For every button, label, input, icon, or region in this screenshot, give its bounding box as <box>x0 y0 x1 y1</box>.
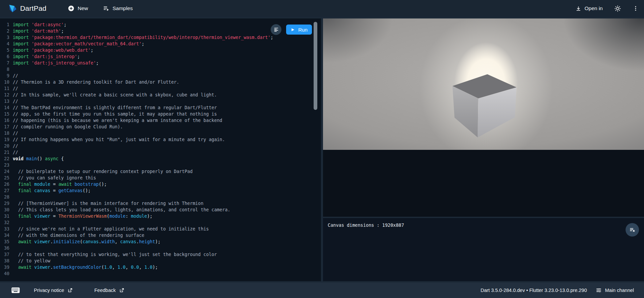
code-line: 18// <box>0 130 321 136</box>
console-panel: Canvas dimensions : 644x298 <box>323 218 644 281</box>
top-bar: DartPad New Samples Open in <box>0 0 644 17</box>
code-line: 16// happening (this is because we aren'… <box>0 117 321 124</box>
external-link-icon <box>67 288 73 293</box>
code-line: 25 // you can safely ignore this <box>0 175 321 181</box>
code-line: 4import 'package:vector_math/vector_math… <box>0 41 321 47</box>
samples-button[interactable]: Samples <box>103 5 132 12</box>
plus-circle-icon <box>68 5 74 12</box>
code-line: 37 // to test that everything is working… <box>0 251 321 258</box>
code-line: 3import 'package:thermion_dart/thermion_… <box>0 34 321 41</box>
code-line: 19// If nothing happens when you hit "Ru… <box>0 136 321 143</box>
console-output: Canvas dimensions : 644x298 <box>328 222 404 228</box>
code-line: 23 <box>0 162 321 168</box>
code-line: 32 <box>0 219 321 226</box>
code-line: 39 await viewer.setBackgroundColor(1.0, … <box>0 264 321 270</box>
code-line: 34 // with the dimensions of the renderi… <box>0 232 321 239</box>
code-line: 27 final canvas = getCanvas(); <box>0 187 321 194</box>
code-editor[interactable]: 1import 'dart:async';2import 'dart:math'… <box>0 18 321 281</box>
main-split: 1import 'dart:async';2import 'dart:math'… <box>0 17 644 283</box>
samples-button-label: Samples <box>112 5 132 11</box>
code-line: 21// <box>0 149 321 156</box>
channel-label: Main channel <box>605 288 634 293</box>
open-in-label: Open in <box>585 5 603 11</box>
output-pane: Canvas dimensions : 644x298 <box>323 18 644 281</box>
code-line: 5import 'package:web/web.dart'; <box>0 47 321 53</box>
privacy-notice-link[interactable]: Privacy notice <box>34 288 73 293</box>
run-button[interactable]: Run <box>286 25 312 35</box>
app-title: DartPad <box>20 4 46 12</box>
code-line: 24 // boilerplate to setup our rendering… <box>0 168 321 175</box>
kebab-menu-icon <box>633 5 639 12</box>
code-line: 11// <box>0 85 321 92</box>
format-align-icon <box>273 27 279 33</box>
code-line: 22void main() async { <box>0 156 321 162</box>
playlist-add-icon <box>103 5 109 12</box>
external-link-icon <box>119 288 124 293</box>
keyboard-shortcuts-button[interactable] <box>11 287 20 293</box>
code-lines: 1import 'dart:async';2import 'dart:math'… <box>0 22 321 277</box>
status-bar: Privacy notice Feedback Dart 3.5.0-284.0… <box>0 283 644 298</box>
brightness-sun-icon <box>614 5 621 12</box>
code-line: 29 // [ThermionViewer] is the main inter… <box>0 200 321 207</box>
code-line: 33 // since we're not in a Flutter appli… <box>0 226 321 232</box>
code-line: 13// <box>0 98 321 104</box>
dartpad-logo-icon <box>8 4 17 13</box>
code-line: 38 // to yellow <box>0 258 321 264</box>
dartpad-app: DartPad New Samples Open in <box>0 0 644 298</box>
render-canvas[interactable] <box>323 18 644 150</box>
feedback-label: Feedback <box>94 288 116 293</box>
open-in-button[interactable]: Open in <box>575 5 603 12</box>
code-line: 15// app, so the first time you run this… <box>0 111 321 117</box>
privacy-notice-label: Privacy notice <box>34 288 64 293</box>
code-line: 6import 'dart:js_interop'; <box>0 53 321 60</box>
clear-console-icon <box>629 227 636 233</box>
code-line: 31 final viewer = ThermionViewerWasm(mod… <box>0 213 321 219</box>
new-button-label: New <box>77 5 88 11</box>
code-line: 20// <box>0 143 321 149</box>
clear-console-button[interactable] <box>626 223 639 237</box>
editor-scrollbar-thumb[interactable] <box>314 22 317 110</box>
code-line: 30 // This class lets you load assets, l… <box>0 207 321 213</box>
play-icon <box>290 28 295 32</box>
code-line: 9// <box>0 73 321 79</box>
editor-pane: 1import 'dart:async';2import 'dart:math'… <box>0 18 321 281</box>
code-line: 28 <box>0 194 321 200</box>
code-line: 8 <box>0 66 321 73</box>
overflow-menu-button[interactable] <box>633 5 639 12</box>
code-line: 26 final module = await bootstrap(); <box>0 181 321 187</box>
format-button[interactable] <box>271 24 281 35</box>
cube-3d <box>452 74 517 137</box>
render-canvas-background <box>323 150 644 217</box>
code-line: 36 <box>0 245 321 251</box>
download-icon <box>575 5 582 12</box>
new-button[interactable]: New <box>68 5 88 12</box>
code-line: 35 await viewer.initialize(canvas.width,… <box>0 239 321 245</box>
code-line: 40 <box>0 270 321 277</box>
version-text: Dart 3.5.0-284.0.dev • Flutter 3.23.0-13… <box>481 288 587 293</box>
tune-icon <box>596 287 602 293</box>
code-line: 7import 'dart:js_interop_unsafe'; <box>0 60 321 66</box>
feedback-link[interactable]: Feedback <box>94 288 124 293</box>
run-button-label: Run <box>298 27 308 33</box>
code-line: 17// compiler running on Google Cloud Ru… <box>0 124 321 130</box>
code-line: 10// Thermion is a 3D rendering toolkit … <box>0 79 321 85</box>
code-line: 12// In this sample, we'll create a basi… <box>0 92 321 98</box>
keyboard-icon <box>11 287 20 293</box>
channel-selector-button[interactable]: Main channel <box>596 287 634 293</box>
code-line: 14// The DartPad environment is slightly… <box>0 104 321 111</box>
brightness-toggle-button[interactable] <box>614 5 621 12</box>
